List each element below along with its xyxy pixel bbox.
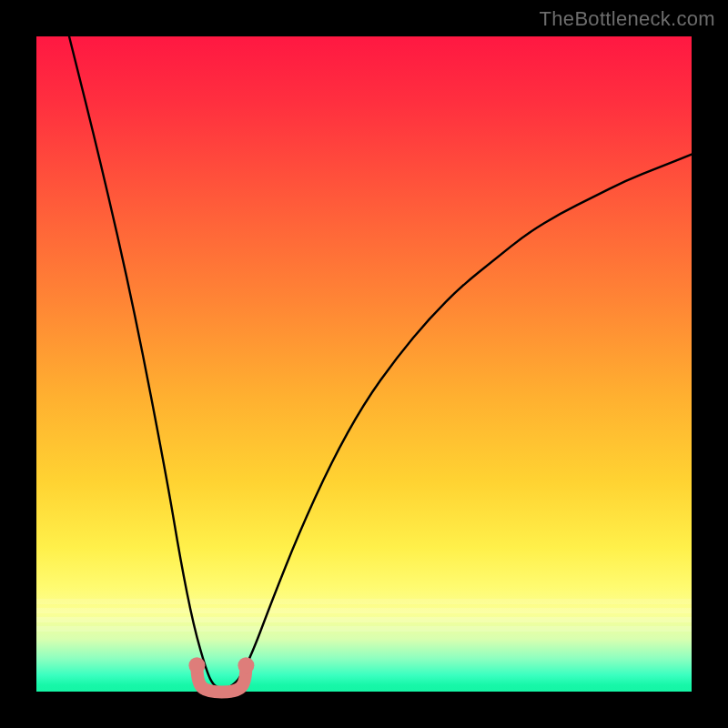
highlight-dot-right xyxy=(238,657,254,673)
highlight-band-path xyxy=(197,665,246,692)
chart-svg xyxy=(36,36,692,692)
highlight-dot-left xyxy=(188,657,205,673)
bottleneck-curve-path xyxy=(69,36,692,688)
chart-frame: TheBottleneck.com xyxy=(0,0,728,728)
watermark-text: TheBottleneck.com xyxy=(540,7,715,31)
